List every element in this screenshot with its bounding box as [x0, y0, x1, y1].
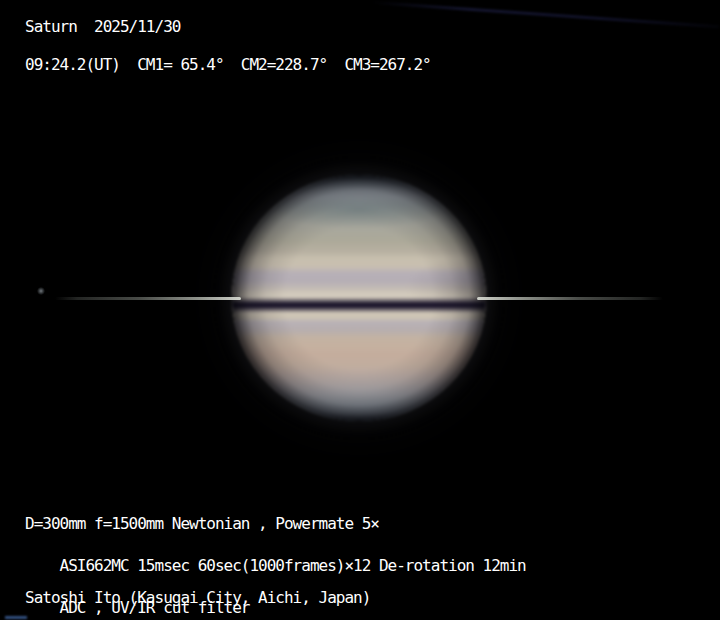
saturn-limb-darkening — [232, 175, 486, 421]
ring-right-ansa — [477, 297, 663, 300]
saturn-planet-disc — [232, 175, 486, 421]
moon-dot — [37, 287, 45, 295]
ring-left-ansa — [55, 297, 241, 300]
astrophoto-canvas: Saturn 2025/11/30 09:24.2(UT) CM1= 65.4°… — [0, 0, 720, 620]
credit-text: Satoshi Ito (Kasugai City, Aichi, Japan) — [25, 588, 370, 607]
equipment-line-2: ASI662MC 15msec 60sec(1000frames)×12 De-… — [60, 556, 526, 575]
satellite-streak — [372, 1, 719, 28]
edge-artifact — [5, 616, 27, 619]
equipment-line-1: D=300mm f=1500mm Newtonian , Powermate 5… — [25, 514, 379, 533]
title-text: Saturn 2025/11/30 — [25, 17, 180, 36]
observation-data-text: 09:24.2(UT) CM1= 65.4° CM2=228.7° CM3=26… — [25, 55, 431, 74]
